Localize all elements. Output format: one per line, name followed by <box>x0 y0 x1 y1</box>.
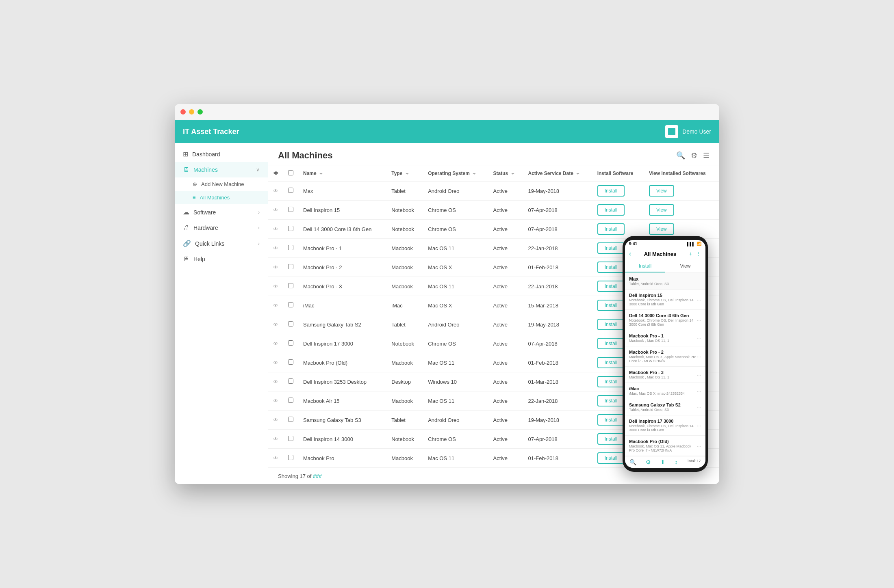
row-select-checkbox[interactable] <box>288 436 293 441</box>
view-button[interactable]: View <box>649 204 674 216</box>
view-button[interactable]: View <box>649 185 674 197</box>
phone-more-icon[interactable]: ⋮ <box>696 251 701 257</box>
col-status[interactable]: Status <box>488 166 523 181</box>
install-button[interactable]: Install <box>597 338 625 349</box>
search-icon[interactable]: 🔍 <box>676 151 685 160</box>
row-select-checkbox[interactable] <box>288 398 293 403</box>
row-status: Active <box>488 258 523 277</box>
sidebar-item-add-machine[interactable]: ⊕ Add New Machine <box>175 177 268 191</box>
phone-item-more-icon[interactable]: ··· <box>697 335 701 342</box>
view-button[interactable]: View <box>649 223 674 235</box>
phone-list-item[interactable]: Dell 14 3000 Core i3 6th Gen Notebook, C… <box>625 310 705 330</box>
phone-item-sub: iMac, Mac OS X, imac-242352334 <box>629 391 685 396</box>
phone-item-more-icon[interactable]: ··· <box>697 422 701 429</box>
phone-item-more-icon[interactable]: ··· <box>697 296 701 303</box>
col-date[interactable]: Active Service Date <box>523 166 592 181</box>
phone-filter-icon[interactable]: ⚙ <box>646 459 651 465</box>
phone-list-item[interactable]: Dell Inspiron 17 3000 Notebook, Chrome O… <box>625 415 705 436</box>
row-select-checkbox[interactable] <box>288 321 293 326</box>
row-select-checkbox[interactable] <box>288 340 293 346</box>
row-select-checkbox[interactable] <box>288 245 293 250</box>
col-type[interactable]: Type <box>386 166 423 181</box>
row-type: Macbook <box>386 353 423 372</box>
phone-item-more-icon[interactable]: ··· <box>697 372 701 378</box>
close-button[interactable] <box>180 109 186 115</box>
row-checkbox <box>283 258 298 277</box>
row-date: 19-May-2018 <box>523 181 592 201</box>
phone-list-item[interactable]: Dell Inspiron 15 Notebook, Chrome OS, De… <box>625 290 705 310</box>
phone-add-icon[interactable]: + <box>689 251 692 257</box>
phone-list-item[interactable]: Macbook Pro - 2 Macbook, Mac OS X, Apple… <box>625 346 705 367</box>
chevron-down-icon: ∨ <box>256 167 260 173</box>
phone-search-icon[interactable]: 🔍 <box>629 459 636 465</box>
sidebar-item-machines[interactable]: 🖥 Machines ∨ <box>175 162 268 177</box>
row-type: Notebook <box>386 201 423 220</box>
row-select-checkbox[interactable] <box>288 188 293 193</box>
add-icon: ⊕ <box>193 181 197 187</box>
maximize-button[interactable] <box>197 109 203 115</box>
install-button[interactable]: Install <box>597 262 625 273</box>
phone-item-name: Macbook Pro - 2 <box>629 350 697 355</box>
row-select-checkbox[interactable] <box>288 417 293 422</box>
footer-text: Showing 17 of <box>278 473 311 479</box>
row-select-checkbox[interactable] <box>288 302 293 307</box>
row-select-checkbox[interactable] <box>288 207 293 212</box>
install-button[interactable]: Install <box>597 319 625 330</box>
row-select-checkbox[interactable] <box>288 359 293 365</box>
phone-item-name: Dell 14 3000 Core i3 6th Gen <box>629 313 697 318</box>
install-button[interactable]: Install <box>597 185 625 197</box>
sidebar-item-hardware[interactable]: 🖨 Hardware › <box>175 220 268 236</box>
row-select-checkbox[interactable] <box>288 455 293 460</box>
phone-export-icon[interactable]: ⬆ <box>660 459 665 465</box>
row-name: Macbook Pro - 2 <box>298 258 386 277</box>
install-button[interactable]: Install <box>597 281 625 292</box>
phone-item-more-icon[interactable]: ··· <box>697 317 701 323</box>
phone-tab-view[interactable]: View <box>665 260 705 272</box>
phone-frame: 9:41 ▌▌▌ 📶 ‹ All Machines + <box>623 236 708 472</box>
row-type: Tablet <box>386 411 423 430</box>
sidebar-item-software[interactable]: ☁ Software › <box>175 204 268 220</box>
sidebar-item-quick-links[interactable]: 🔗 Quick Links › <box>175 236 268 251</box>
sidebar-item-help[interactable]: 🖥 Help <box>175 251 268 267</box>
phone-tab-install[interactable]: Install <box>625 260 665 272</box>
phone-back-icon[interactable]: ‹ <box>629 250 631 257</box>
col-os[interactable]: Operating System <box>423 166 488 181</box>
install-button[interactable]: Install <box>597 300 625 311</box>
phone-list-item[interactable]: Macbook Pro - 3 Macbook , Mac OS 11, 1 ·… <box>625 367 705 383</box>
install-button[interactable]: Install <box>597 204 625 216</box>
row-checkbox <box>283 296 298 315</box>
phone-item-more-icon[interactable]: ··· <box>697 388 701 394</box>
row-select-checkbox[interactable] <box>288 283 293 288</box>
install-button[interactable]: Install <box>597 414 625 426</box>
select-all-checkbox[interactable] <box>288 170 293 175</box>
install-button[interactable]: Install <box>597 223 625 235</box>
row-type: Macbook <box>386 258 423 277</box>
row-type: Macbook <box>386 239 423 258</box>
row-eye: 👁 <box>268 220 283 239</box>
filter-icon[interactable]: ⚙ <box>691 151 697 160</box>
install-button[interactable]: Install <box>597 357 625 368</box>
phone-item-more-icon[interactable]: ··· <box>697 443 701 449</box>
col-name[interactable]: Name <box>298 166 386 181</box>
phone-list-item[interactable]: iMac iMac, Mac OS X, imac-242352334 ··· <box>625 383 705 399</box>
phone-item-more-icon[interactable]: ··· <box>697 353 701 360</box>
row-select-checkbox[interactable] <box>288 378 293 384</box>
install-button[interactable]: Install <box>597 376 625 387</box>
phone-list-item[interactable]: Samsung Galaxy Tab S2 Tablet, Android Or… <box>625 399 705 415</box>
phone-item-more-icon[interactable]: ··· <box>697 404 701 411</box>
phone-sort-icon[interactable]: ↕ <box>675 459 677 465</box>
minimize-button[interactable] <box>189 109 194 115</box>
phone-list-item[interactable]: Macbook Pro - 1 Macbook , Mac OS 11, 1 ·… <box>625 330 705 346</box>
install-button[interactable]: Install <box>597 433 625 445</box>
row-select-checkbox[interactable] <box>288 264 293 269</box>
sidebar-item-dashboard[interactable]: ⊞ Dashboard <box>175 146 268 162</box>
install-button[interactable]: Install <box>597 242 625 254</box>
install-button[interactable]: Install <box>597 452 625 464</box>
sidebar-item-label: Dashboard <box>192 151 220 158</box>
row-select-checkbox[interactable] <box>288 226 293 231</box>
install-button[interactable]: Install <box>597 395 625 406</box>
phone-list-item[interactable]: Macbook Pro (Old) Macbook, Mac OS 11, Ap… <box>625 436 705 456</box>
sidebar-item-all-machines[interactable]: ≡ All Machines <box>175 191 268 204</box>
row-status: Active <box>488 353 523 372</box>
menu-icon[interactable]: ☰ <box>703 151 710 160</box>
